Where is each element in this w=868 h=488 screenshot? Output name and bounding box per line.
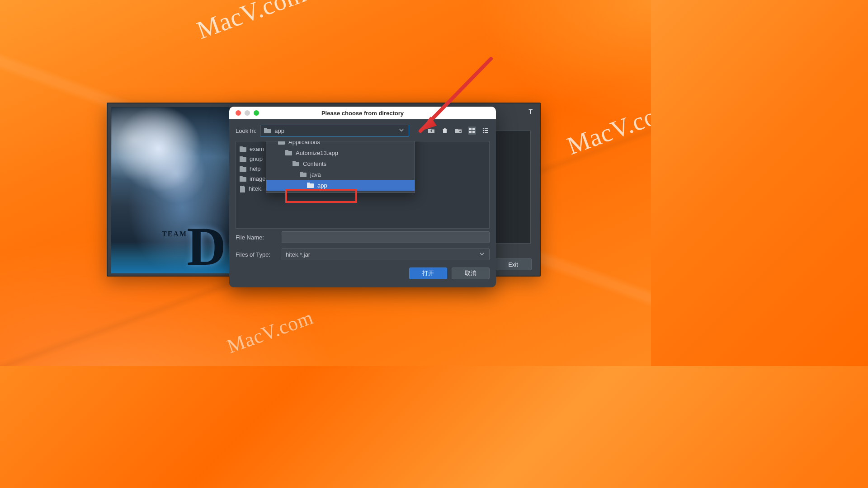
svg-rect-7	[485, 130, 488, 131]
list-item[interactable]: gnup	[240, 154, 265, 164]
list-item[interactable]: exam	[240, 144, 265, 154]
dropdown-item[interactable]: java	[266, 169, 415, 180]
folder-icon	[240, 176, 246, 182]
background-title-fragment: T	[528, 108, 533, 115]
open-button[interactable]: 打开	[409, 267, 447, 279]
cancel-button[interactable]: 取消	[452, 267, 490, 279]
list-item[interactable]: image	[240, 174, 265, 184]
folder-icon	[285, 150, 292, 155]
folder-icon	[300, 172, 307, 177]
file-browser-panel[interactable]: exam gnup help image hitek. / Applicatio…	[236, 141, 490, 229]
svg-rect-9	[485, 132, 488, 133]
svg-rect-3	[472, 131, 475, 133]
look-in-dropdown-popup: / Applications Automize13.app Contents j…	[266, 141, 415, 193]
dropdown-item-selected[interactable]: app	[266, 180, 415, 191]
files-of-type-label: Files of Type:	[236, 251, 277, 258]
folder-icon	[240, 146, 246, 152]
folder-icon	[307, 183, 314, 188]
svg-rect-5	[485, 128, 488, 129]
dropdown-item[interactable]: Contents	[266, 158, 415, 169]
look-in-value: app	[274, 127, 284, 134]
files-of-type-select[interactable]: hitek.*.jar	[282, 249, 490, 260]
chevron-down-icon	[478, 250, 486, 259]
look-in-combobox[interactable]: app	[260, 125, 409, 136]
chevron-down-icon	[398, 127, 405, 135]
folder-icon	[240, 166, 246, 172]
list-item[interactable]: hitek.	[240, 184, 265, 194]
svg-rect-2	[469, 131, 472, 133]
home-icon[interactable]	[441, 127, 449, 135]
dialog-titlebar[interactable]: Please choose from directory	[229, 107, 496, 119]
splash-artwork: TEAM D	[111, 107, 230, 273]
new-folder-icon[interactable]	[454, 127, 462, 135]
file-icon	[240, 186, 245, 192]
svg-rect-0	[469, 128, 472, 130]
folder-up-icon[interactable]	[427, 127, 435, 135]
folder-icon	[292, 161, 299, 166]
svg-point-8	[483, 132, 484, 133]
exit-button[interactable]: Exit	[495, 258, 532, 270]
list-item[interactable]: help	[240, 164, 265, 174]
grid-view-icon[interactable]	[468, 127, 476, 135]
file-chooser-dialog: Please choose from directory Look In: ap…	[229, 107, 496, 287]
look-in-label: Look In:	[236, 127, 256, 134]
file-name-input[interactable]	[282, 231, 490, 243]
folder-icon	[240, 156, 246, 162]
svg-point-4	[483, 128, 484, 129]
folder-icon	[278, 141, 285, 145]
dropdown-item[interactable]: Applications	[266, 141, 415, 147]
dialog-title: Please choose from directory	[229, 110, 496, 117]
folder-icon	[264, 128, 271, 133]
dropdown-item[interactable]: Automize13.app	[266, 147, 415, 158]
svg-rect-1	[472, 128, 475, 130]
list-view-icon[interactable]	[481, 127, 490, 135]
file-name-label: File Name:	[236, 234, 277, 241]
folder-list: exam gnup help image hitek.	[240, 144, 265, 194]
svg-point-6	[483, 130, 484, 131]
